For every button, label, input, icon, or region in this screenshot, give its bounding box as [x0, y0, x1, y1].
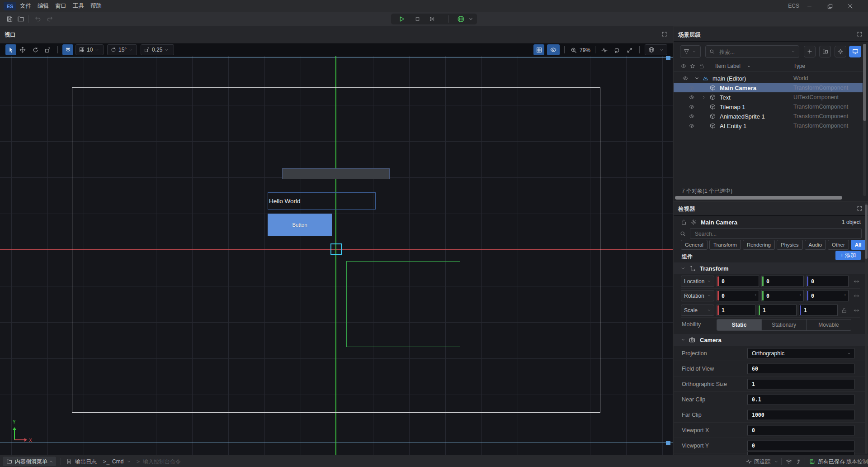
- inspector-scrollbar-thumb[interactable]: [865, 205, 868, 259]
- row-label[interactable]: AI Entity 1: [720, 122, 746, 129]
- snap-toggle-button[interactable]: [62, 44, 73, 55]
- row-label[interactable]: Tilemap 1: [720, 103, 745, 110]
- content-drawer-button[interactable]: 内容侧滑菜单: [3, 457, 56, 466]
- location-x-input[interactable]: [722, 276, 750, 286]
- location-x-field[interactable]: [717, 276, 759, 287]
- location-z-field[interactable]: [806, 276, 849, 287]
- field-of-view-input[interactable]: [752, 364, 837, 373]
- hierarchy-settings-button[interactable]: [835, 46, 846, 57]
- chevron-right-icon[interactable]: [702, 95, 706, 100]
- scale-y-field[interactable]: [758, 305, 797, 316]
- menu-window[interactable]: 窗口: [52, 0, 70, 12]
- eye-icon[interactable]: [681, 63, 686, 69]
- log-icon[interactable]: [66, 458, 72, 464]
- search-input[interactable]: [718, 46, 783, 58]
- near-clip-field[interactable]: [747, 394, 854, 405]
- minimize-button[interactable]: [799, 0, 820, 12]
- add-entity-button[interactable]: [804, 46, 816, 57]
- app-logo[interactable]: ES: [4, 2, 16, 10]
- panel-expand-icon[interactable]: [857, 205, 863, 211]
- near-clip-input[interactable]: [752, 395, 837, 404]
- jack-plug-icon[interactable]: [796, 458, 802, 464]
- mobility-movable[interactable]: Movable: [806, 319, 851, 330]
- eye-icon[interactable]: [689, 85, 694, 91]
- guide-handle[interactable]: [666, 56, 670, 60]
- eye-icon[interactable]: [683, 76, 688, 81]
- chevron-down-icon[interactable]: [774, 459, 778, 464]
- row-label[interactable]: AnimatedSprite 1: [720, 113, 765, 119]
- location-y-input[interactable]: [766, 276, 795, 286]
- zoom-level[interactable]: 79%: [580, 47, 590, 53]
- menu-tools[interactable]: 工具: [69, 0, 88, 12]
- open-folder-icon[interactable]: [17, 15, 24, 23]
- eye-icon[interactable]: [689, 104, 694, 110]
- orthographic-size-field[interactable]: [747, 379, 854, 389]
- select-tool-button[interactable]: [5, 44, 16, 55]
- hierarchy-row-world[interactable]: main (Editor) World: [674, 73, 863, 83]
- rotation-y-input[interactable]: [766, 291, 795, 301]
- redo-icon[interactable]: [46, 15, 53, 23]
- viewport-y-field[interactable]: [747, 440, 854, 451]
- reset-values-icon[interactable]: [854, 293, 859, 299]
- row-label[interactable]: Text: [720, 94, 731, 100]
- inspector-scrollbar-track[interactable]: [865, 203, 868, 454]
- lock-icon[interactable]: [681, 219, 687, 225]
- hierarchy-search-box[interactable]: [705, 45, 799, 58]
- reset-values-icon[interactable]: [854, 278, 859, 284]
- viewport-y-input[interactable]: [752, 441, 837, 450]
- maximize-button[interactable]: [820, 0, 840, 12]
- rotation-z-input[interactable]: [811, 291, 840, 301]
- wifi-icon[interactable]: [786, 458, 792, 465]
- grid-snap-dropdown[interactable]: 10: [75, 44, 104, 55]
- rotation-x-field[interactable]: °: [717, 290, 759, 301]
- tab-all[interactable]: All: [851, 240, 866, 250]
- globe-icon[interactable]: [457, 15, 465, 23]
- viewport-x-field[interactable]: [747, 425, 854, 435]
- field-of-view-field[interactable]: [747, 363, 854, 374]
- scale-x-input[interactable]: [722, 305, 748, 315]
- rotation-z-field[interactable]: °: [806, 290, 849, 301]
- column-type[interactable]: Type: [793, 63, 805, 69]
- scale-snap-dropdown[interactable]: 0.25: [141, 44, 174, 55]
- save-icon[interactable]: [6, 16, 13, 23]
- panel-expand-icon[interactable]: [857, 31, 863, 37]
- rotate-tool-button[interactable]: [30, 44, 41, 55]
- output-log-button[interactable]: 输出日志: [75, 457, 97, 465]
- viewport-x-input[interactable]: [752, 425, 837, 435]
- transform-section-header[interactable]: Transform: [674, 262, 868, 274]
- scale-tool-button[interactable]: [42, 44, 53, 55]
- zoom-icon[interactable]: [571, 47, 577, 53]
- projection-dropdown[interactable]: Orthographic: [747, 348, 854, 358]
- menu-edit[interactable]: 编辑: [34, 0, 52, 12]
- scale-mode-dropdown[interactable]: Scale: [681, 305, 714, 316]
- tab-physics[interactable]: Physics: [777, 240, 803, 250]
- star-icon[interactable]: [690, 63, 695, 69]
- cmd-dropdown[interactable]: Cmd: [112, 458, 123, 465]
- mobility-static[interactable]: Static: [717, 319, 761, 330]
- version-control-button[interactable]: 版本控制: [846, 457, 868, 465]
- row-label[interactable]: main (Editor): [712, 75, 746, 81]
- button-object[interactable]: Button: [268, 214, 332, 236]
- camera-gizmo[interactable]: [330, 243, 342, 255]
- chevron-down-icon[interactable]: [694, 76, 699, 81]
- far-clip-input[interactable]: [752, 410, 837, 419]
- tab-audio[interactable]: Audio: [805, 240, 826, 250]
- add-folder-button[interactable]: [819, 46, 831, 57]
- vertical-scrollbar-thumb[interactable]: [863, 44, 866, 121]
- tab-general[interactable]: General: [681, 240, 708, 250]
- camera-section-header[interactable]: Camera: [674, 334, 868, 346]
- scene-canvas[interactable]: Hello World Button Y X: [0, 56, 673, 455]
- world-view-dropdown[interactable]: [645, 44, 667, 55]
- display-mode-button[interactable]: [849, 46, 861, 57]
- grid-visibility-button[interactable]: [533, 44, 544, 55]
- panel-object[interactable]: [282, 168, 390, 179]
- scale-z-input[interactable]: [804, 305, 830, 315]
- reset-values-icon[interactable]: [854, 307, 859, 313]
- chevron-down-icon[interactable]: [127, 459, 131, 464]
- rotation-x-input[interactable]: [722, 291, 750, 301]
- menu-file[interactable]: 文件: [16, 0, 35, 12]
- chevron-down-icon[interactable]: [681, 338, 685, 342]
- traceback-dropdown[interactable]: 回追踪: [754, 457, 770, 465]
- play-icon[interactable]: [398, 16, 405, 23]
- row-label[interactable]: Main Camera: [720, 84, 756, 91]
